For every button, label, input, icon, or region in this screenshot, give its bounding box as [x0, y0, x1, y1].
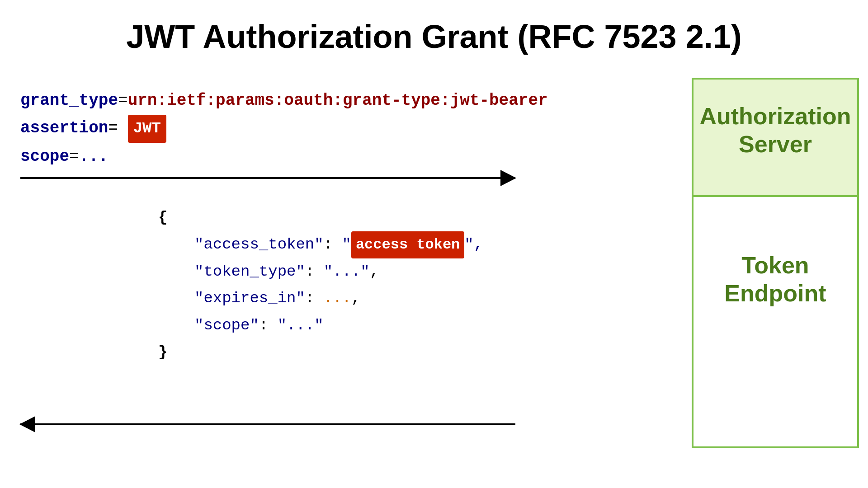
- scope-key: scope: [20, 147, 69, 166]
- token-type-key: "token_type": [194, 263, 305, 280]
- expires-in-key: "expires_in": [194, 290, 305, 307]
- token-endpoint-box: TokenEndpoint: [692, 195, 859, 448]
- scope-resp-value: "...": [278, 317, 324, 334]
- grant-type-eq: =: [118, 91, 128, 110]
- request-arrow: [20, 177, 515, 179]
- access-token-badge: access token: [351, 231, 464, 258]
- grant-type-key: grant_type: [20, 91, 118, 110]
- token-endpoint-label: TokenEndpoint: [693, 197, 857, 308]
- token-type-value: "...": [324, 263, 370, 280]
- response-arrow: [20, 423, 515, 425]
- access-token-key: "access_token": [194, 236, 324, 253]
- scope-resp-key: "scope": [194, 317, 259, 334]
- jwt-badge: JWT: [128, 115, 166, 143]
- assertion-eq: =: [108, 119, 118, 137]
- open-brace: {: [158, 209, 167, 226]
- assertion-key: assertion: [20, 119, 108, 137]
- scope-eq: =: [69, 147, 79, 166]
- json-response: { "access_token": "access token", "token…: [158, 204, 483, 366]
- expires-in-value: ...: [324, 290, 351, 307]
- grant-type-value: urn:ietf:params:oauth:grant-type:jwt-bea…: [128, 91, 548, 110]
- page-title: JWT Authorization Grant (RFC 7523 2.1): [0, 0, 868, 73]
- scope-value: ...: [79, 147, 108, 166]
- auth-server-label: AuthorizationServer: [693, 80, 857, 159]
- request-params: grant_type=urn:ietf:params:oauth:grant-t…: [20, 87, 548, 170]
- close-brace: }: [158, 343, 167, 361]
